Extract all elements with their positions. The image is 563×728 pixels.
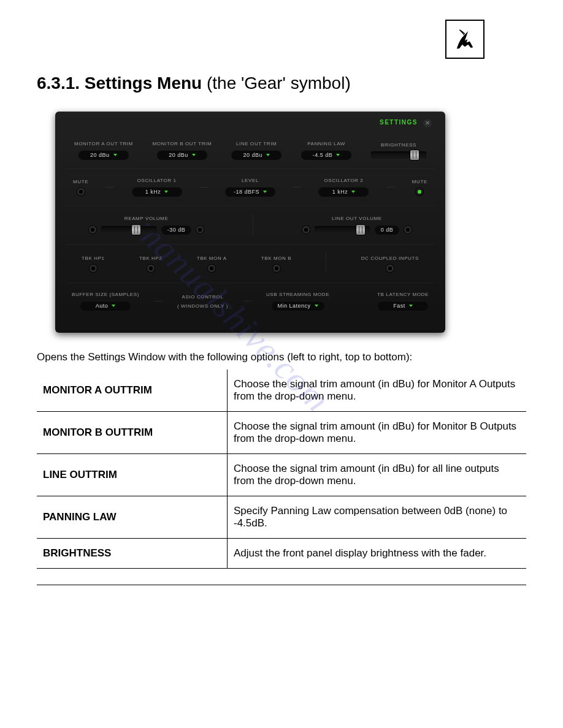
reamp-volume-slider[interactable]	[101, 226, 156, 233]
heading-light: (the 'Gear' symbol)	[202, 74, 351, 93]
panel-title: SETTINGS	[380, 119, 418, 126]
row-volumes: REAMP VOLUME -30 dB LINE OUT VOLUME 0 dB	[66, 206, 434, 245]
asio-control-label: ASIO CONTROL	[182, 294, 224, 300]
option-name: BRIGHTNESS	[37, 539, 228, 569]
chevron-down-icon	[263, 191, 267, 193]
close-icon[interactable]: ✕	[423, 119, 432, 127]
row-oscillators: MUTE OSCILLATOR 1 1 kHz LEVEL -18 dBFS O…	[66, 169, 434, 206]
usb-streaming-dropdown[interactable]: Min Latency	[272, 301, 324, 311]
lineout-toggle-right[interactable]	[404, 226, 412, 233]
chevron-down-icon	[266, 154, 270, 156]
reamp-toggle-right[interactable]	[196, 226, 204, 233]
buffer-size-dropdown[interactable]: Auto	[80, 301, 131, 311]
level-dropdown[interactable]: -18 dBFS	[225, 187, 275, 197]
antelope-icon	[451, 26, 478, 53]
lineout-toggle-left[interactable]	[302, 226, 310, 233]
monitor-b-trim-label: MONITOR B OUT TRIM	[153, 141, 212, 146]
chevron-down-icon	[351, 191, 355, 193]
monitor-b-trim-dropdown[interactable]: 20 dBu	[157, 150, 207, 160]
panning-law-dropdown[interactable]: -4.5 dB	[301, 150, 351, 160]
settings-panel: SETTINGS ✕ MONITOR A OUT TRIM 20 dBu MON…	[55, 112, 445, 333]
mute1-toggle[interactable]	[77, 188, 85, 195]
line-out-trim-label: LINE OUT TRIM	[236, 141, 277, 146]
tbk-monb-toggle[interactable]	[273, 265, 280, 272]
osc1-label: OSCILLATOR 1	[137, 178, 177, 183]
table-row: LINE OUTTRIM Choose the signal trim amou…	[37, 454, 526, 496]
row-talkback: TBK HP1 TBK HP2 TBK MON A TBK MON B DC C…	[66, 245, 434, 283]
tbk-hp1-toggle[interactable]	[90, 265, 97, 272]
reamp-volume-value: -30 dB	[161, 225, 192, 235]
heading-bold: 6.3.1. Settings Menu	[37, 74, 202, 93]
table-row: PANNING LAW Specify Panning Law compensa…	[37, 496, 526, 539]
table-row: MONITOR B OUTTRIM Choose the signal trim…	[37, 412, 526, 454]
chevron-down-icon	[336, 154, 340, 156]
panning-law-label: PANNING LAW	[307, 141, 345, 146]
monitor-a-trim-label: MONITOR A OUT TRIM	[74, 141, 133, 146]
mute2-toggle[interactable]	[416, 188, 423, 195]
chevron-down-icon	[112, 305, 115, 307]
line-out-trim-dropdown[interactable]: 20 dBu	[231, 150, 282, 160]
monitor-a-trim-dropdown[interactable]: 20 dBu	[79, 150, 129, 160]
brand-logo	[445, 20, 484, 59]
brightness-label: BRIGHTNESS	[381, 142, 416, 148]
row-buffer: BUFFER SIZE (SAMPLES) Auto ASIO CONTROL …	[66, 283, 434, 319]
option-desc: Choose the signal trim amount (in dBu) f…	[228, 370, 527, 412]
tbk-hp2-label: TBK HP2	[139, 256, 163, 261]
tbk-mona-toggle[interactable]	[208, 265, 215, 272]
dc-coupled-label: DC COUPLED INPUTS	[361, 256, 419, 261]
option-name: MONITOR A OUTTRIM	[37, 370, 228, 412]
chevron-down-icon	[164, 191, 168, 193]
intro-text: Opens the Settings Window with the follo…	[37, 351, 526, 363]
mute2-label: MUTE	[412, 179, 427, 184]
option-desc: Choose the signal trim amount (in dBu) f…	[228, 454, 527, 496]
osc1-dropdown[interactable]: 1 kHz	[132, 187, 182, 197]
reamp-toggle-left[interactable]	[89, 226, 96, 233]
usb-streaming-label: USB STREAMING MODE	[266, 292, 329, 297]
row-trims: MONITOR A OUT TRIM 20 dBu MONITOR B OUT …	[66, 132, 434, 169]
chevron-down-icon	[113, 154, 117, 156]
option-name: LINE OUTTRIM	[37, 454, 228, 496]
reamp-volume-label: REAMP VOLUME	[124, 216, 169, 221]
lineout-volume-label: LINE OUT VOLUME	[332, 216, 382, 221]
lineout-volume-slider[interactable]	[315, 226, 370, 233]
osc2-dropdown[interactable]: 1 kHz	[318, 187, 369, 197]
tbk-mona-label: TBK MON A	[197, 256, 227, 261]
option-desc: Adjust the front panel display brightnes…	[228, 539, 527, 569]
tbk-hp1-label: TBK HP1	[82, 256, 105, 261]
option-desc: Choose the signal trim amount (in dBu) f…	[228, 412, 527, 454]
page-footer-rule	[37, 585, 526, 585]
dc-coupled-toggle[interactable]	[386, 265, 394, 272]
options-table: MONITOR A OUTTRIM Choose the signal trim…	[37, 370, 526, 569]
option-name: MONITOR B OUTTRIM	[37, 412, 228, 454]
tbk-hp2-toggle[interactable]	[147, 265, 155, 272]
table-row: BRIGHTNESS Adjust the front panel displa…	[37, 539, 526, 569]
tb-latency-dropdown[interactable]: Fast	[378, 301, 428, 311]
option-name: PANNING LAW	[37, 496, 228, 539]
chevron-down-icon	[315, 305, 318, 307]
chevron-down-icon	[192, 154, 196, 156]
section-heading: 6.3.1. Settings Menu (the 'Gear' symbol)	[37, 74, 526, 93]
level-label: LEVEL	[242, 178, 259, 183]
buffer-size-label: BUFFER SIZE (SAMPLES)	[72, 292, 139, 297]
mute1-label: MUTE	[73, 179, 88, 184]
osc2-label: OSCILLATOR 2	[324, 178, 363, 183]
table-row: MONITOR A OUTTRIM Choose the signal trim…	[37, 370, 526, 412]
tbk-monb-label: TBK MON B	[261, 256, 291, 261]
option-desc: Specify Panning Law compensation between…	[228, 496, 527, 539]
tb-latency-label: TB LATENCY MODE	[377, 292, 429, 297]
chevron-down-icon	[409, 305, 413, 307]
lineout-volume-value: 0 dB	[375, 225, 400, 235]
asio-control-sublabel: ( WINDOWS ONLY )	[177, 303, 228, 309]
brightness-slider[interactable]	[371, 151, 426, 159]
